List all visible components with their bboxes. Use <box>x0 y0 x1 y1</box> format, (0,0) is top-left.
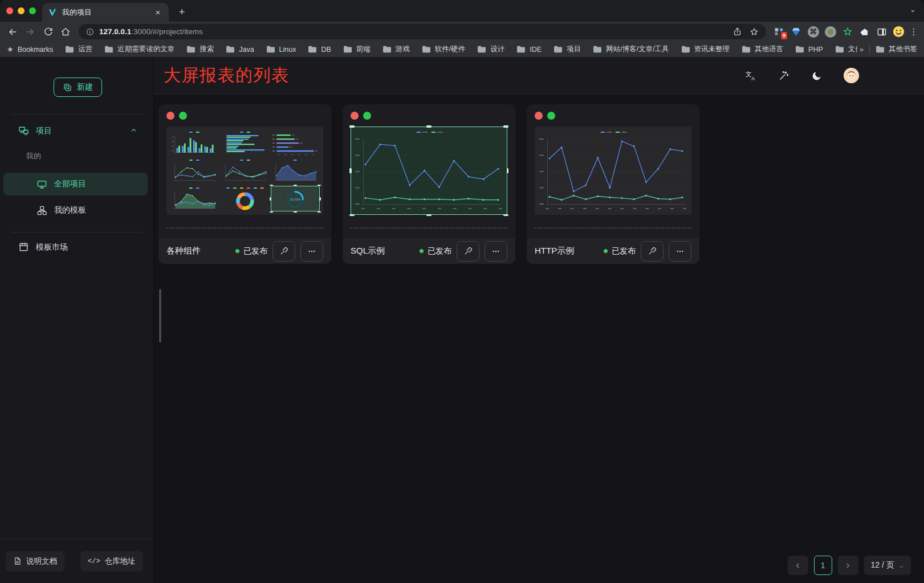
side-panel-icon[interactable] <box>874 24 889 39</box>
selection-handle[interactable] <box>349 125 355 128</box>
zoom-window-button[interactable] <box>29 7 36 14</box>
selection-handle[interactable] <box>503 125 508 128</box>
profile-avatar-emoji[interactable] <box>891 24 906 39</box>
tab-close-icon[interactable]: × <box>153 7 163 18</box>
folder-icon <box>186 46 196 53</box>
forward-button[interactable] <box>22 24 38 40</box>
bookmark-folder[interactable]: 项目 <box>553 44 581 54</box>
tab-search-icon[interactable]: ⌄ <box>910 5 916 14</box>
command-extension-icon[interactable]: ⌘ <box>805 24 821 39</box>
bookmark-folder[interactable]: 其他语言 <box>742 44 783 54</box>
star-extension-icon[interactable] <box>840 24 855 39</box>
selection-handle[interactable] <box>294 211 297 213</box>
sidebar-item-my-templates[interactable]: 我的模板 <box>3 199 148 222</box>
scrollbar-thumb[interactable] <box>159 289 161 343</box>
bookmark-folder[interactable]: Linux <box>266 46 296 54</box>
more-button[interactable] <box>300 241 323 262</box>
bookmark-folder[interactable]: PHP <box>795 46 823 54</box>
sidebar-item-all-projects[interactable]: 全部项目 <box>3 173 148 195</box>
browser-tab[interactable]: 我的项目 × <box>42 3 169 22</box>
other-bookmarks-folder[interactable]: 其他书签 <box>876 44 917 54</box>
folder-icon <box>835 46 844 53</box>
sidebar-divider <box>11 232 142 233</box>
sidebar-section-projects[interactable]: 项目 <box>18 125 137 136</box>
selection-handle[interactable] <box>319 197 321 201</box>
reload-button[interactable] <box>40 24 56 40</box>
url-text[interactable]: 127.0.0.1:3000/#/project/items <box>99 27 728 36</box>
pagination-next-button[interactable] <box>838 556 858 575</box>
folder-icon <box>795 46 804 53</box>
selection-handle[interactable] <box>270 185 273 186</box>
bookmark-star-icon[interactable] <box>749 27 759 37</box>
bookmark-folder[interactable]: 游戏 <box>382 44 410 54</box>
selection-handle[interactable] <box>318 211 321 213</box>
selection-handle[interactable] <box>349 214 355 217</box>
template-market-label: 模板市场 <box>36 242 68 252</box>
magic-wand-icon[interactable] <box>778 70 790 81</box>
pagination-current-page[interactable]: 1 <box>814 556 832 575</box>
more-button[interactable] <box>485 241 507 262</box>
translate-icon[interactable]: 文A <box>744 70 757 82</box>
bookmark-folder[interactable]: 搜索 <box>186 44 214 54</box>
mini-chart-gauge: 25.00% <box>271 186 320 212</box>
bookmark-folder[interactable]: 软件/硬件 <box>422 44 465 54</box>
bookmarks-overflow-icon[interactable]: » <box>860 46 864 54</box>
user-avatar[interactable] <box>844 68 859 83</box>
folder-icon <box>681 46 690 53</box>
docs-button[interactable]: 说明文档 <box>6 551 64 572</box>
edit-button[interactable] <box>272 241 295 262</box>
home-button[interactable] <box>58 24 74 40</box>
new-project-button[interactable]: 新建 <box>54 78 102 97</box>
minimize-window-button[interactable] <box>18 7 25 14</box>
folder-icon <box>516 46 526 53</box>
bookmark-folder[interactable]: 网站/博客/文章/工具 <box>593 44 669 54</box>
repo-button[interactable]: </> 仓库地址 <box>80 551 143 572</box>
selection-handle[interactable] <box>426 214 432 217</box>
sidebar-item-template-market[interactable]: 模板市场 <box>18 242 137 252</box>
extensions-puzzle-icon[interactable] <box>857 24 872 39</box>
selection-handle[interactable] <box>426 125 432 128</box>
selection-handle[interactable] <box>270 197 271 201</box>
browser-menu-icon[interactable]: ⋮ <box>908 24 919 39</box>
selection-handle[interactable] <box>294 185 297 186</box>
project-preview[interactable] <box>351 127 507 215</box>
pagination-prev-button[interactable] <box>788 556 808 575</box>
project-preview[interactable] <box>535 127 691 215</box>
gem-extension-icon[interactable] <box>788 24 804 39</box>
selection-handle[interactable] <box>349 168 352 173</box>
bookmark-folder[interactable]: 文件服务器 <box>835 44 857 54</box>
bookmark-folder[interactable]: IDE <box>516 46 542 54</box>
bookmark-folder[interactable]: 前端 <box>343 44 371 54</box>
edit-button[interactable] <box>457 241 479 262</box>
more-icon <box>307 246 317 256</box>
main-area: 大屏报表的列表 文A 25.00%各种组 <box>154 57 924 583</box>
new-tab-button[interactable]: + <box>174 5 189 19</box>
bookmark-folder[interactable]: DB <box>308 46 331 54</box>
bookmark-folder[interactable]: 近期需要读的文章 <box>104 44 174 54</box>
edit-button[interactable] <box>641 241 664 262</box>
bookmark-folder[interactable]: Java <box>226 46 254 54</box>
selection-handle[interactable] <box>270 211 273 213</box>
back-button[interactable] <box>5 24 21 40</box>
bookmark-folder[interactable]: 运营 <box>65 44 92 54</box>
bookmarks-root[interactable]: ★Bookmarks <box>7 45 53 54</box>
more-button[interactable] <box>669 241 691 262</box>
page-size-select[interactable]: 12 / 页 ⌄ <box>864 556 911 575</box>
selection-handle[interactable] <box>507 168 509 173</box>
share-icon[interactable] <box>732 27 742 36</box>
moon-icon[interactable] <box>811 70 823 81</box>
selection-handle[interactable] <box>318 185 321 186</box>
blocks-extension-icon[interactable]: 9 <box>771 24 787 39</box>
bookmark-folder[interactable]: 设计 <box>477 44 504 54</box>
site-info-icon[interactable] <box>86 27 95 36</box>
project-preview[interactable]: 25.00% <box>166 127 323 215</box>
bookmark-folder[interactable]: 资讯未整理 <box>681 44 730 54</box>
chevron-up-icon[interactable] <box>130 127 137 136</box>
selection-handle[interactable] <box>503 214 508 217</box>
close-window-button[interactable] <box>6 7 13 14</box>
sidebar-footer: 说明文档 </> 仓库地址 <box>0 539 153 583</box>
record-extension-icon[interactable] <box>823 24 838 39</box>
storefront-icon <box>18 242 29 252</box>
address-bar[interactable]: 127.0.0.1:3000/#/project/items <box>79 24 766 39</box>
bookmark-folder-label: Java <box>239 46 254 54</box>
